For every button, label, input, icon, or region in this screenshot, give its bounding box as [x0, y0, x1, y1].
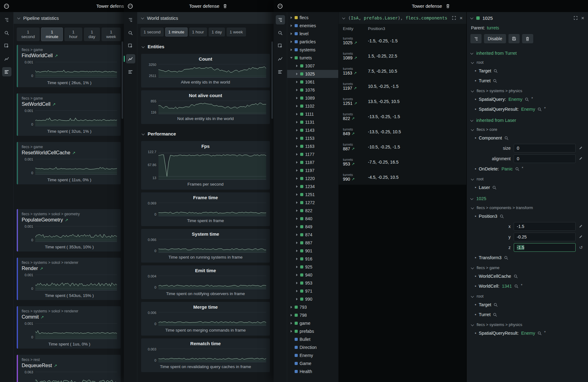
rail-icon-button[interactable] — [2, 54, 11, 63]
open-link-icon[interactable]: ↗ — [354, 86, 357, 90]
tree-item[interactable]: 1251 — [287, 191, 338, 199]
inspector-path-header[interactable]: root — [467, 174, 588, 182]
tree-item[interactable]: 1177 — [287, 150, 338, 158]
caret-icon[interactable] — [295, 185, 298, 188]
caret-icon[interactable] — [295, 274, 298, 276]
time-range-button[interactable]: 1 minute — [41, 28, 63, 41]
trash-icon[interactable] — [223, 4, 227, 8]
query-result-row[interactable]: turrets 1025 ↗ -1.5, -0.25, -1.5 — [339, 33, 466, 48]
component-row[interactable]: • SpatialQuery: Enemy * — [467, 94, 588, 104]
query-result-row[interactable]: turrets 1251 ↗ 13.5, -0.25, 10.5 — [339, 94, 466, 109]
search-icon[interactable] — [504, 136, 508, 140]
field-input[interactable]: -1.5 — [514, 222, 576, 231]
entity-id[interactable]: 1197 — [343, 86, 352, 91]
tree-item[interactable]: Bullet — [287, 335, 338, 343]
tree-item[interactable]: 901 — [287, 247, 338, 255]
open-link-icon[interactable]: ↗ — [352, 162, 355, 166]
component-row[interactable]: • Target * — [467, 66, 588, 76]
caret-icon[interactable] — [295, 225, 298, 228]
open-link-icon[interactable]: ↗ — [352, 147, 355, 151]
field-edit-icon[interactable]: ↺ — [577, 156, 585, 161]
rail-icon-button[interactable] — [2, 15, 11, 24]
component-row[interactable]: • Transform3 * — [467, 253, 588, 263]
tree-item[interactable]: 1131 — [287, 118, 338, 126]
field-edit-icon[interactable]: ↺ — [577, 224, 585, 229]
inspector-section-header[interactable]: 1025 — [467, 192, 588, 203]
caret-icon[interactable] — [290, 338, 293, 341]
time-range-button[interactable]: 1 day — [84, 28, 100, 41]
tree-item[interactable]: level — [287, 30, 338, 38]
caret-icon[interactable] — [295, 242, 298, 244]
tree-item[interactable]: 990 — [287, 295, 338, 303]
rail-icon-button[interactable] — [276, 41, 285, 50]
entity-id[interactable]: 1089 — [343, 55, 352, 60]
caret-icon[interactable] — [295, 193, 298, 196]
caret-icon[interactable] — [295, 266, 298, 268]
open-link-icon[interactable]: ↗ — [65, 218, 68, 222]
tree-item[interactable]: 1272 — [287, 199, 338, 207]
caret-icon[interactable] — [290, 354, 293, 357]
caret-icon[interactable] — [295, 217, 298, 220]
tree-item[interactable]: Health — [287, 367, 338, 376]
open-link-icon[interactable]: ↗ — [54, 363, 57, 368]
caret-icon[interactable] — [290, 370, 293, 373]
search-icon[interactable] — [538, 331, 542, 335]
field-edit-icon[interactable]: ↺ — [577, 146, 585, 151]
caret-icon[interactable] — [295, 137, 298, 139]
tree-item[interactable]: 874 — [287, 231, 338, 239]
open-link-icon[interactable]: ↗ — [52, 102, 56, 107]
tree-item[interactable]: 1187 — [287, 158, 338, 166]
entity-id[interactable]: 953 — [343, 161, 350, 166]
search-icon[interactable] — [538, 107, 542, 111]
inspector-path-header[interactable]: root — [467, 57, 588, 66]
caret-icon[interactable] — [295, 113, 298, 115]
panel-header[interactable]: World statistics — [137, 12, 274, 24]
caret-icon[interactable] — [295, 161, 298, 164]
time-range-button[interactable]: 1 minute — [165, 28, 188, 36]
tree-item[interactable]: 1153 — [287, 134, 338, 142]
caret-icon[interactable] — [295, 298, 298, 300]
entity-id[interactable]: 887 — [343, 146, 350, 151]
inspector-path-header[interactable]: flecs > core — [467, 124, 588, 133]
search-icon[interactable] — [504, 256, 508, 260]
caret-icon[interactable] — [290, 24, 293, 27]
caret-icon[interactable] — [295, 129, 298, 131]
caret-icon[interactable] — [290, 330, 293, 333]
search-icon[interactable] — [494, 303, 498, 307]
tree-item[interactable]: 1220 — [287, 174, 338, 182]
entity-ref-link[interactable]: Enemy — [521, 331, 535, 336]
tree-item[interactable]: 940 — [287, 271, 338, 279]
inspector-path-header[interactable]: flecs > game — [467, 263, 588, 271]
parent-link[interactable]: turrets — [487, 25, 499, 30]
search-icon[interactable] — [515, 167, 519, 171]
rail-icon-button[interactable] — [126, 28, 135, 37]
open-link-icon[interactable]: ↗ — [40, 266, 43, 271]
component-row[interactable]: • OnDelete: Panic * — [467, 164, 588, 174]
caret-icon[interactable] — [290, 16, 293, 19]
inspector-section-header[interactable]: inherited from Laser — [467, 114, 588, 124]
query-result-row[interactable]: turrets 1089 ↗ 1.5, -0.25, 22.5 — [339, 48, 466, 63]
entity-id[interactable]: 849 — [343, 131, 350, 136]
field-input[interactable]: -1.5 — [514, 243, 576, 252]
query-result-row[interactable]: turrets 1163 ↗ 7.5, -0.25, 10.5 — [339, 63, 466, 79]
tree-item[interactable]: 1102 — [287, 102, 338, 110]
inspector-path-header[interactable]: flecs > components > transform — [467, 203, 588, 211]
entity-id[interactable]: 822 — [343, 116, 350, 121]
entity-link-icon[interactable]: * — [531, 96, 533, 101]
column-header-entity[interactable]: Entity — [339, 26, 368, 31]
component-row[interactable]: • Turret * — [467, 76, 588, 86]
query-input[interactable]: (IsA, prefabs.Laser), flecs.components — [348, 15, 449, 20]
search-icon[interactable] — [492, 186, 496, 190]
tree-item[interactable]: 953 — [287, 279, 338, 287]
tree-item[interactable]: 1061 — [287, 78, 338, 86]
tree-item[interactable]: Game — [287, 359, 338, 367]
query-result-row[interactable]: turrets 953 ↗ -7.5, -0.25, 16.5 — [339, 154, 466, 170]
disable-button[interactable]: Disable — [484, 34, 506, 43]
hierarchy-button[interactable] — [470, 34, 482, 43]
query-result-row[interactable]: turrets 822 ↗ -13.5, -0.25, -1.5 — [339, 109, 466, 124]
expand-icon[interactable] — [452, 16, 456, 20]
open-link-icon[interactable]: ↗ — [54, 54, 58, 58]
tree-item[interactable]: 849 — [287, 223, 338, 231]
field-input[interactable]: -0.25 — [514, 233, 576, 241]
tree-item[interactable]: 916 — [287, 255, 338, 263]
